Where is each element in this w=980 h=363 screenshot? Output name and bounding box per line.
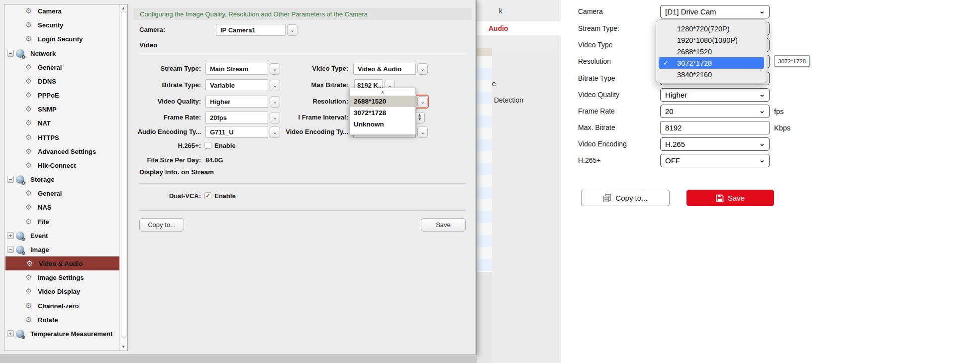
chevron-down-icon: ⌄ (759, 139, 765, 148)
sidebar-item-network[interactable]: −⚙Network (4, 46, 120, 60)
sidebar-item-image-settings[interactable]: ⚙Image Settings (4, 270, 120, 284)
collapse-icon[interactable]: − (7, 50, 14, 57)
strip-fragment-detection: Detection (494, 96, 523, 104)
resolution-tooltip: 3072*1728 (774, 55, 810, 67)
list-row-stripe (476, 116, 492, 127)
gear-icon: ⚙ (25, 287, 32, 296)
list-row-stripe (476, 175, 492, 187)
scroll-up-icon[interactable]: ∧ (350, 88, 415, 96)
video-type-label: Video Type: (249, 65, 348, 72)
list-row-stripe (476, 247, 492, 259)
spinner-arrows-icon[interactable]: ▲▼ (414, 112, 425, 123)
list-row-stripe (476, 151, 492, 163)
sidebar-item-temperature-measurement[interactable]: +⚙Temperature Measurement (4, 327, 120, 341)
sidebar-item-channel-zero[interactable]: ⚙Channel-zero (4, 299, 120, 313)
frame-rate-label: Frame Rate (578, 107, 658, 115)
dual-vca-checkbox[interactable]: ✓ (204, 192, 211, 199)
frame-rate-select[interactable]: 20 ⌄ (660, 105, 770, 118)
gear-icon: ⚙ (25, 217, 32, 226)
resolution-option[interactable]: 3840*2160 (659, 69, 764, 80)
video-type-select[interactable]: Video & Audio ⌄ (353, 63, 428, 75)
strip-list-stripes (476, 56, 492, 272)
max-bitrate-input[interactable]: 8192 (660, 121, 770, 134)
i-frame-interval-label: I Frame Interval: (249, 114, 348, 121)
scroll-up-icon[interactable]: ▲ (121, 6, 125, 10)
sidebar-item-rotate[interactable]: ⚙Rotate (4, 313, 120, 327)
video-encoding-label: Video Encoding (578, 140, 658, 148)
collapse-icon[interactable]: − (7, 246, 14, 253)
video-quality-label: Video Quality: (101, 98, 201, 105)
sidebar-item-nas[interactable]: ⚙NAS (4, 200, 120, 214)
sidebar-item-event[interactable]: +⚙Event (4, 229, 120, 242)
dual-vca-enable-label: Enable (214, 192, 236, 200)
resolution-option[interactable]: Unknown (350, 119, 415, 130)
resolution-dropdown-menu: 1280*720(720P)1920*1080(1080P)2688*1520✓… (656, 19, 767, 83)
gear-icon: ⚙ (25, 105, 32, 114)
video-quality-select[interactable]: Higher ⌄ (660, 88, 770, 102)
resolution-option[interactable]: 1280*720(720P) (659, 23, 764, 34)
resolution-option[interactable]: 1920*1080(1080P) (659, 34, 764, 46)
desktop-area (0, 355, 477, 363)
recorder-settings-panel: Camera Stream Type: Video Type Resolutio… (561, 0, 980, 363)
page-description-banner: Configuring the Image Quality, Resolutio… (133, 8, 472, 20)
strip-fragment-image: e (492, 80, 496, 88)
gear-icon: ⚙ (25, 6, 32, 15)
checkmark-icon: ✓ (205, 192, 210, 199)
video-encoding-select[interactable]: H.265 ⌄ (660, 137, 770, 151)
divider (139, 183, 466, 184)
h265plus-checkbox[interactable] (204, 142, 211, 149)
chevron-down-icon: ⌄ (759, 90, 765, 99)
stream-type-label: Stream Type: (101, 65, 201, 72)
sidebar-item-camera[interactable]: ⚙Camera (4, 4, 120, 18)
chevron-down-icon: ⌄ (287, 24, 297, 36)
chevron-down-icon: ⌄ (417, 63, 428, 75)
list-row-stripe (476, 56, 492, 68)
resolution-option[interactable]: 2688*1520 (350, 96, 415, 107)
sidebar-item-security[interactable]: ⚙Security (4, 18, 120, 32)
h265plus-enable-label: Enable (214, 142, 236, 149)
resolution-option[interactable]: 3072*1728 (350, 107, 415, 119)
video-section-title: Video (139, 41, 158, 49)
copy-to-button[interactable]: Copy to... (139, 218, 184, 232)
max-bitrate-label: Max Bitrate: (249, 81, 348, 89)
sidebar-item-video-display[interactable]: ⚙Video Display (4, 284, 120, 298)
h265plus-select[interactable]: OFF ⌄ (660, 154, 770, 167)
sidebar-item-storage[interactable]: −⚙Storage (4, 172, 120, 186)
sidebar-scrollbar[interactable]: ▲ ▼ (119, 4, 128, 351)
list-row-stripe (476, 199, 492, 211)
strip-fragment-network: k (499, 7, 502, 15)
frame-rate-label: Frame Rate: (101, 114, 201, 121)
h265plus-label: H.265+ (578, 156, 658, 164)
list-row-stripe (476, 235, 492, 247)
globe-gear-icon: ⚙ (16, 49, 24, 58)
resolution-dropdown-popup: ∧ 2688*15203072*1728Unknown (349, 88, 416, 135)
globe-gear-icon: ⚙ (16, 330, 24, 338)
copy-to-button[interactable]: Copy to... (581, 190, 670, 206)
save-button[interactable]: Save (686, 190, 774, 206)
audio-encoding-label: Audio Encoding Ty... (101, 128, 201, 135)
gear-icon: ⚙ (25, 63, 32, 72)
stream-type-label: Stream Type: (578, 24, 658, 32)
settings-tree-sidebar: ⚙Camera⚙Security⚙Login Security−⚙Network… (4, 4, 128, 351)
strip-row-blank (475, 35, 556, 48)
collapse-icon[interactable]: − (7, 176, 14, 183)
expand-icon[interactable]: + (7, 330, 14, 337)
scrollbar-thumb[interactable] (121, 11, 126, 338)
sidebar-item-video-audio[interactable]: ⚙Video & Audio (5, 256, 121, 270)
expand-icon[interactable]: + (7, 232, 14, 239)
resolution-option[interactable]: 2688*1520 (659, 46, 764, 57)
sidebar-item-image[interactable]: −⚙Image (4, 242, 120, 256)
strip-tan-block (476, 48, 492, 56)
camera-select[interactable]: IP Camera1 ⌄ (216, 24, 297, 36)
chevron-down-icon: ⌄ (759, 6, 765, 15)
gear-icon: ⚙ (25, 203, 32, 212)
scroll-down-icon[interactable]: ▼ (121, 345, 125, 349)
camera-select[interactable]: [D1] Drive Cam ⌄ (660, 5, 770, 18)
sidebar-item-file[interactable]: ⚙File (4, 215, 120, 229)
save-button[interactable]: Save (421, 218, 466, 232)
list-row-stripe (476, 211, 492, 223)
bitrate-type-label: Bitrate Type (578, 74, 658, 82)
gear-icon: ⚙ (25, 77, 32, 86)
sidebar-item-login-security[interactable]: ⚙Login Security (4, 32, 120, 46)
resolution-option[interactable]: ✓3072*1728 (659, 57, 764, 69)
